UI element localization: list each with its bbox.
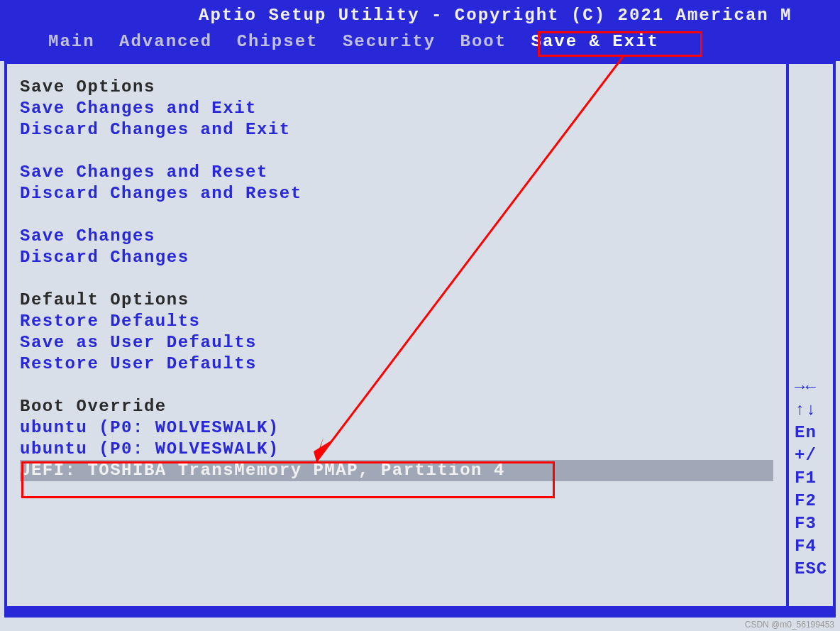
main-panel: Save Options Save Changes and Exit Disca… <box>7 64 789 606</box>
content-area: Save Options Save Changes and Exit Disca… <box>4 61 836 609</box>
default-options-header: Default Options <box>20 290 773 311</box>
nav-chipset[interactable]: Chipset <box>237 33 319 51</box>
bios-title: Aptio Setup Utility - Copyright (C) 2021… <box>199 6 792 25</box>
hint-f1: F1 <box>795 467 830 490</box>
save-changes-reset[interactable]: Save Changes and Reset <box>20 162 773 183</box>
hint-esc: ESC <box>795 558 830 581</box>
boot-uefi-toshiba[interactable]: UEFI: TOSHIBA TransMemory PMAP, Partitio… <box>20 460 773 481</box>
bios-setup-screen: Aptio Setup Utility - Copyright (C) 2021… <box>0 0 840 631</box>
save-changes[interactable]: Save Changes <box>20 226 773 247</box>
hint-f3: F3 <box>795 512 830 535</box>
save-changes-exit[interactable]: Save Changes and Exit <box>20 98 773 119</box>
nav-main[interactable]: Main <box>48 33 95 51</box>
boot-ubuntu-2[interactable]: ubuntu (P0: WOLVESWALK) <box>20 439 773 460</box>
nav-advanced[interactable]: Advanced <box>119 33 212 51</box>
hint-arrows-lr: →← <box>795 376 830 399</box>
hint-enter: En <box>795 422 830 444</box>
save-user-defaults[interactable]: Save as User Defaults <box>20 332 773 353</box>
discard-changes-reset[interactable]: Discard Changes and Reset <box>20 183 773 204</box>
hint-arrows-ud: ↑↓ <box>795 399 830 422</box>
discard-changes-exit[interactable]: Discard Changes and Exit <box>20 119 773 141</box>
discard-changes[interactable]: Discard Changes <box>20 247 773 268</box>
nav-boot[interactable]: Boot <box>460 33 507 51</box>
title-bar: Aptio Setup Utility - Copyright (C) 2021… <box>0 0 840 33</box>
nav-save-exit[interactable]: Save & Exit <box>531 33 659 51</box>
boot-ubuntu-1[interactable]: ubuntu (P0: WOLVESWALK) <box>20 417 773 439</box>
restore-user-defaults[interactable]: Restore User Defaults <box>20 353 773 375</box>
hint-f2: F2 <box>795 490 830 512</box>
boot-override-header: Boot Override <box>20 396 773 417</box>
nav-bar: Main Advanced Chipset Security Boot Save… <box>0 33 840 61</box>
bottom-bar <box>4 609 836 618</box>
nav-security[interactable]: Security <box>343 33 436 51</box>
restore-defaults[interactable]: Restore Defaults <box>20 311 773 332</box>
watermark: CSDN @m0_56199453 <box>745 620 834 630</box>
help-panel: →← ↑↓ En +/ F1 F2 F3 F4 ESC <box>789 64 833 606</box>
hint-plus: +/ <box>795 444 830 467</box>
hint-f4: F4 <box>795 535 830 558</box>
save-options-header: Save Options <box>20 77 773 98</box>
